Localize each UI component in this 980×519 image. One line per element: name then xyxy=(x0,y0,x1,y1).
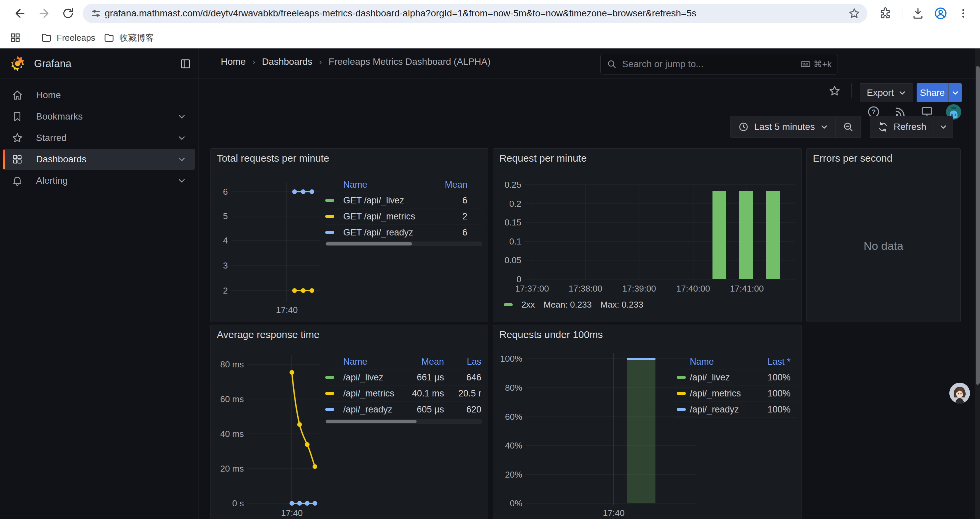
svg-text:0.1: 0.1 xyxy=(509,236,521,246)
selected-item-accent xyxy=(3,150,5,169)
series-swatch-green xyxy=(325,376,334,379)
url-input[interactable] xyxy=(102,8,848,19)
search-input[interactable] xyxy=(621,58,795,70)
series-last: 100% xyxy=(767,372,791,382)
chart-legend: 2xx Mean: 0.233 Max: 0.233 xyxy=(504,300,643,310)
column-header-mean[interactable]: Mean xyxy=(421,357,444,367)
series-swatch-yellow xyxy=(677,392,686,395)
legend-series-name[interactable]: 2xx xyxy=(521,300,535,310)
grafana-header: Home › Dashboards › Freeleaps Metrics Da… xyxy=(0,48,980,79)
svg-text:17:41:00: 17:41:00 xyxy=(730,284,764,294)
time-range-picker[interactable]: Last 5 minutes xyxy=(731,121,835,132)
legend-header: Name Mean xyxy=(325,177,482,192)
reload-icon xyxy=(62,7,75,20)
chevron-down-icon xyxy=(939,123,947,131)
sidebar-item-alerting[interactable]: Alerting xyxy=(3,170,195,191)
svg-text:17:40: 17:40 xyxy=(281,508,302,518)
sidebar-item-starred[interactable]: Starred xyxy=(3,128,195,148)
legend-scrollbar-thumb[interactable] xyxy=(326,242,412,246)
svg-text:0%: 0% xyxy=(510,498,522,508)
sidebar-item-home[interactable]: Home xyxy=(3,85,195,105)
series-swatch-green xyxy=(325,199,334,202)
panel-title[interactable]: Errors per second xyxy=(813,153,892,164)
legend-row[interactable]: /api/_readyz 100% xyxy=(674,401,797,417)
legend-header: Name Last * xyxy=(674,355,797,369)
apps-grid-button[interactable] xyxy=(8,31,23,45)
legend-row[interactable]: GET /api/_livez 6 xyxy=(325,192,482,208)
bookmark-folder-label: 收藏博客 xyxy=(119,32,154,44)
chevron-down-icon[interactable] xyxy=(177,176,186,185)
legend-row[interactable]: GET /api/_metrics 2 xyxy=(325,208,482,224)
site-info-icon[interactable] xyxy=(90,7,102,19)
sidebar-item-bookmarks[interactable]: Bookmarks xyxy=(3,106,195,127)
legend-row[interactable]: GET /api/_readyz 6 xyxy=(325,224,482,240)
chevron-down-icon[interactable] xyxy=(177,134,186,142)
legend-scrollbar-thumb[interactable] xyxy=(326,420,417,423)
column-header-last[interactable]: Las xyxy=(467,357,481,367)
downloads-button[interactable] xyxy=(910,5,926,21)
reload-button[interactable] xyxy=(60,5,76,21)
request-per-minute-chart: 0.25 0.2 0.15 0.1 0.05 0 17:37:00 17:38:… xyxy=(493,149,802,323)
svg-text:0.05: 0.05 xyxy=(504,255,521,265)
search-icon xyxy=(607,59,617,69)
profile-button[interactable] xyxy=(932,5,949,21)
bookmark-folder-freeleaps[interactable]: Freeleaps xyxy=(36,30,100,46)
chevron-down-icon[interactable] xyxy=(177,112,186,121)
series-name: /api/_livez xyxy=(690,372,730,382)
time-range-group: Last 5 minutes xyxy=(730,116,861,138)
zoom-out-time-button[interactable] xyxy=(836,121,861,133)
series-swatch-blue xyxy=(325,231,334,234)
svg-text:0.15: 0.15 xyxy=(504,217,521,227)
legend-row[interactable]: /api/_livez 100% xyxy=(674,369,797,385)
refresh-button[interactable]: Refresh xyxy=(870,121,934,132)
legend-max: Max: 0.233 xyxy=(600,300,643,310)
svg-text:20 ms: 20 ms xyxy=(220,463,244,474)
share-button[interactable]: Share xyxy=(916,83,948,102)
breadcrumb-current: Freeleaps Metrics Dashboard (ALPHA) xyxy=(329,56,491,67)
search-box[interactable]: ⌘+k xyxy=(600,54,838,75)
legend-row[interactable]: /api/_livez 661 µs 646 xyxy=(325,369,482,385)
extensions-button[interactable] xyxy=(877,5,893,21)
series-mean: 2 xyxy=(462,211,467,222)
column-header-name[interactable]: Name xyxy=(690,357,714,367)
svg-text:17:38:00: 17:38:00 xyxy=(568,284,602,294)
svg-text:0 s: 0 s xyxy=(232,498,244,508)
column-header-name[interactable]: Name xyxy=(343,357,367,367)
page-scrollbar-thumb[interactable] xyxy=(976,66,980,385)
svg-text:5: 5 xyxy=(223,211,228,221)
dashboards-grid-icon xyxy=(10,153,25,165)
panel-request-per-minute: Request per minute 0.25 0.2 0.15 0.1 0.0… xyxy=(493,148,802,322)
legend-scrollbar[interactable] xyxy=(325,419,482,424)
breadcrumb-dashboards[interactable]: Dashboards xyxy=(262,56,312,67)
export-button[interactable]: Export xyxy=(860,83,913,102)
forward-button[interactable] xyxy=(36,5,52,21)
svg-text:0.2: 0.2 xyxy=(509,199,521,209)
series-mean: 6 xyxy=(462,195,467,205)
back-button[interactable] xyxy=(12,5,28,21)
star-outline-icon xyxy=(828,85,841,97)
legend-row[interactable]: /api/_metrics 40.1 ms 20.5 r xyxy=(325,385,482,401)
bookmarks-bar: Freeleaps 收藏博客 xyxy=(0,27,980,48)
sidebar-item-dashboards[interactable]: Dashboards xyxy=(3,149,195,170)
sidebar: Grafana Home Bookmarks Starred Das xyxy=(0,48,199,519)
browser-menu-button[interactable] xyxy=(955,5,971,21)
legend-row[interactable]: /api/_readyz 605 µs 620 xyxy=(325,401,482,417)
svg-text:2: 2 xyxy=(223,286,228,295)
refresh-interval-button[interactable] xyxy=(934,123,953,131)
omnibox[interactable] xyxy=(83,4,867,23)
column-header-name[interactable]: Name xyxy=(343,180,367,190)
share-menu-button[interactable] xyxy=(948,83,962,102)
svg-text:80%: 80% xyxy=(505,383,522,393)
series-last: 100% xyxy=(767,388,791,398)
bookmark-star-icon[interactable] xyxy=(848,7,861,20)
legend-scrollbar[interactable] xyxy=(325,241,482,246)
chevron-down-icon[interactable] xyxy=(177,155,186,164)
assistant-avatar[interactable] xyxy=(949,382,970,404)
column-header-mean[interactable]: Mean xyxy=(445,180,467,190)
bookmark-folder-blogs[interactable]: 收藏博客 xyxy=(99,30,159,46)
column-header-last[interactable]: Last * xyxy=(767,357,791,367)
breadcrumb-home[interactable]: Home xyxy=(221,56,246,67)
legend-row[interactable]: /api/_metrics 100% xyxy=(674,385,797,401)
chevron-down-icon xyxy=(898,89,906,97)
favorite-dashboard-button[interactable] xyxy=(827,83,842,98)
